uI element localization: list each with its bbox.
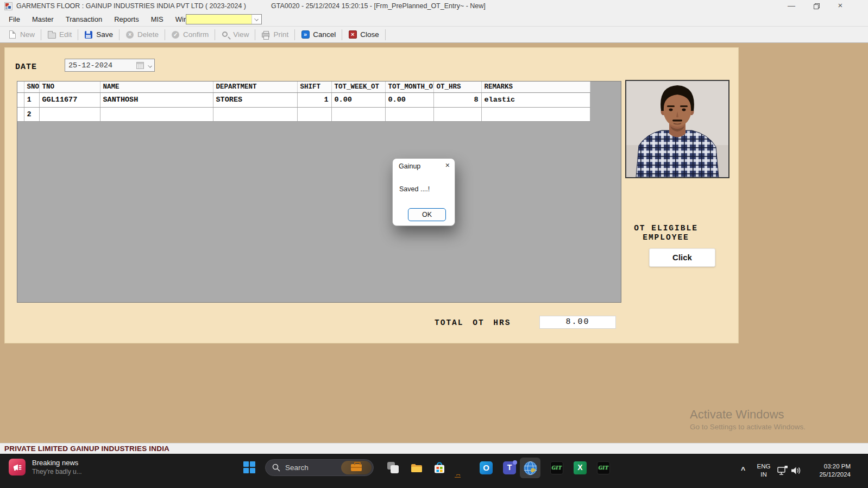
grid-header-row: SNO TNO NAME DEPARTMENT SHIFT TOT_WEEK_O… xyxy=(17,82,590,92)
save-button[interactable]: Save xyxy=(79,28,118,42)
tray-expand-icon[interactable]: ^ xyxy=(738,464,749,474)
new-icon xyxy=(8,30,17,39)
window-session-title: GTA0020 - 25/12/2024 15:20:15 - [Frm_Pre… xyxy=(271,2,486,10)
window-titlebar: GARMENTS FLOOR : GAINUP INDUSTRIES INDIA… xyxy=(0,0,868,12)
chevron-down-icon xyxy=(146,59,153,71)
grid-row-2: 2 xyxy=(17,107,590,121)
grid-cell-remarks[interactable] xyxy=(481,107,590,121)
ot-eligible-caption: OT ELIGIBLE EMPLOYEE xyxy=(618,224,714,242)
edge-browser-icon[interactable] xyxy=(456,461,469,474)
grid-cell-ot-hrs[interactable] xyxy=(433,107,481,121)
grid-cell-tno[interactable]: GGL11677 xyxy=(39,92,100,107)
calendar-icon xyxy=(136,62,144,69)
news-subtitle: They're badly u... xyxy=(32,468,82,476)
grid-cell-name[interactable] xyxy=(100,107,213,121)
menu-mis[interactable]: MIS xyxy=(145,13,169,26)
dialog-close-icon[interactable]: × xyxy=(445,161,450,170)
quick-search-combobox[interactable] xyxy=(186,14,262,24)
total-ot-hrs-label: TOTAL OT HRS xyxy=(435,318,511,327)
window-title: GARMENTS FLOOR : GAINUP INDUSTRIES INDIA… xyxy=(16,2,246,10)
delete-icon: × xyxy=(125,30,134,39)
delete-button: × Delete xyxy=(121,28,163,42)
status-bar: PRIVATE LIMITED GAINUP INDUSTRIES INDIA xyxy=(0,443,868,454)
ot-entry-grid: SNO TNO NAME DEPARTMENT SHIFT TOT_WEEK_O… xyxy=(17,81,621,303)
taskbar-search[interactable] xyxy=(265,459,374,476)
col-tot-month-ot: TOT_MONTH_OT xyxy=(385,82,433,92)
col-sno: SNO xyxy=(24,82,39,92)
widgets-button[interactable]: Breaking news They're badly u... xyxy=(9,459,82,476)
print-button: Print xyxy=(256,28,293,42)
cancel-icon: » xyxy=(301,30,310,39)
active-app-globe[interactable] xyxy=(520,458,540,478)
git-app-icon[interactable]: GIT xyxy=(550,461,563,474)
chevron-down-icon[interactable] xyxy=(251,15,261,24)
grid-cell-remarks[interactable]: elastic xyxy=(481,92,590,107)
employee-photo xyxy=(625,80,729,178)
confirm-icon: ✓ xyxy=(171,30,180,39)
grid-cell-department[interactable]: STORES xyxy=(213,92,297,107)
print-icon xyxy=(261,30,270,39)
search-highlight-badge[interactable] xyxy=(341,461,372,474)
grid-cell-tot-month-ot[interactable]: 0.00 xyxy=(385,92,433,107)
clock[interactable]: 03:20 PM 25/12/2024 xyxy=(806,462,851,479)
activate-windows-watermark: Activate Windows xyxy=(690,408,784,422)
grid-cell-tot-month-ot[interactable] xyxy=(385,107,433,121)
grid-cell-department[interactable] xyxy=(213,107,297,121)
search-icon xyxy=(272,464,280,472)
file-explorer-icon[interactable] xyxy=(410,461,423,474)
cancel-button[interactable]: » Cancel xyxy=(296,28,341,42)
grid-cell-shift[interactable] xyxy=(297,107,331,121)
grid-cell-sno[interactable]: 1 xyxy=(24,92,39,107)
news-headline: Breaking news xyxy=(32,459,82,467)
close-form-button[interactable]: × Close xyxy=(343,28,384,42)
grid-cell-tot-week-ot[interactable]: 0.00 xyxy=(331,92,385,107)
grid-cell-tno[interactable] xyxy=(39,107,100,121)
network-icon[interactable] xyxy=(777,465,789,479)
ok-button[interactable]: OK xyxy=(408,208,446,221)
taskbar: Breaking news They're badly u... O T xyxy=(0,454,868,488)
menu-transaction[interactable]: Transaction xyxy=(60,13,108,26)
status-text: PRIVATE LIMITED GAINUP INDUSTRIES INDIA xyxy=(4,445,169,453)
col-name: NAME xyxy=(100,82,213,92)
search-input[interactable] xyxy=(285,464,339,472)
close-button[interactable]: × xyxy=(831,0,850,12)
col-remarks: REMARKS xyxy=(481,82,590,92)
menu-file[interactable]: File xyxy=(3,13,26,26)
desktop: GARMENTS FLOOR : GAINUP INDUSTRIES INDIA… xyxy=(0,0,868,488)
minimize-button[interactable]: — xyxy=(782,0,801,12)
menu-bar: File Master Transaction Reports MIS Wind… xyxy=(0,12,868,26)
outlook-icon[interactable]: O xyxy=(480,461,493,474)
microsoft-store-icon[interactable] xyxy=(433,461,446,474)
saved-dialog: Gainup × Saved ....! OK xyxy=(392,158,455,226)
app-icon xyxy=(4,2,12,10)
task-view-button[interactable] xyxy=(387,461,400,474)
grid-cell-name[interactable]: SANTHOSH xyxy=(100,92,213,107)
view-icon xyxy=(221,30,230,39)
excel-icon[interactable]: X xyxy=(574,461,587,474)
col-ot-hrs: OT_HRS xyxy=(433,82,481,92)
menu-master[interactable]: Master xyxy=(26,13,60,26)
git-app-icon[interactable]: GIT xyxy=(597,461,610,474)
grid-cell-tot-week-ot[interactable] xyxy=(331,107,385,121)
click-button[interactable]: Click xyxy=(649,248,715,267)
activate-windows-subtext: Go to Settings to activate Windows. xyxy=(690,423,806,431)
menu-reports[interactable]: Reports xyxy=(108,13,145,26)
col-department: DEPARTMENT xyxy=(213,82,297,92)
date-value: 25-12-2024 xyxy=(65,61,136,70)
volume-icon[interactable] xyxy=(790,465,802,479)
tray-time: 03:20 PM xyxy=(806,462,851,471)
teams-icon[interactable]: T xyxy=(503,461,516,474)
grid-cell-ot-hrs[interactable]: 8 xyxy=(433,92,481,107)
restore-button[interactable] xyxy=(807,0,825,12)
grid-cell-sno[interactable]: 2 xyxy=(24,107,39,121)
edit-button: Edit xyxy=(42,28,77,42)
preplanned-ot-entry-form: DATE 25-12-2024 SNO TNO NAME DEPARTMENT … xyxy=(4,47,739,343)
language-indicator[interactable]: ENG IN xyxy=(754,462,773,479)
col-shift: SHIFT xyxy=(297,82,331,92)
grid-cell-shift[interactable]: 1 xyxy=(297,92,331,107)
date-picker[interactable]: 25-12-2024 xyxy=(65,59,155,72)
start-button[interactable] xyxy=(243,461,256,474)
news-icon xyxy=(9,459,26,476)
view-button: View xyxy=(216,28,254,42)
grid-row-1: 1 GGL11677 SANTHOSH STORES 1 0.00 0.00 8… xyxy=(17,92,590,107)
